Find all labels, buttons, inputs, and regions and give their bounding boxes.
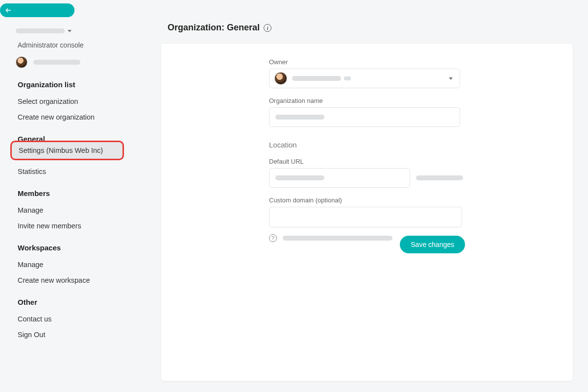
save-changes-button[interactable]: Save changes [400, 236, 465, 253]
admin-console-label: Administrator console [18, 41, 84, 49]
nav-item-create-workspace[interactable]: Create new workspace [18, 272, 145, 288]
chevron-down-icon [449, 77, 453, 80]
org-name-label: Organization name [269, 97, 465, 104]
custom-domain-input[interactable] [269, 207, 462, 227]
url-suffix-placeholder [416, 175, 463, 180]
owner-label: Owner [269, 58, 465, 66]
settings-form: Owner Organization name Location Default… [269, 58, 465, 242]
back-button[interactable] [0, 3, 74, 17]
help-text-placeholder [283, 236, 392, 241]
default-url-input[interactable] [269, 168, 410, 188]
nav-item-contact-us[interactable]: Contact us [18, 311, 145, 327]
owner-select[interactable] [269, 69, 460, 88]
nav-item-sign-out[interactable]: Sign Out [18, 327, 145, 343]
settings-panel: Owner Organization name Location Default… [161, 43, 573, 381]
info-icon[interactable]: i [264, 24, 271, 32]
location-section-label: Location [269, 141, 465, 149]
nav-item-members-manage[interactable]: Manage [18, 202, 145, 218]
org-switcher[interactable] [16, 28, 72, 33]
custom-domain-label: Custom domain (optional) [269, 196, 465, 204]
owner-avatar [274, 72, 287, 85]
nav-item-workspaces-manage[interactable]: Manage [18, 257, 145, 272]
current-user-row[interactable] [16, 56, 80, 68]
nav-group-other: Other [18, 298, 145, 306]
help-icon[interactable]: ? [269, 234, 277, 242]
sidebar: Administrator console Organization list … [0, 0, 159, 392]
nav-item-invite-members[interactable]: Invite new members [18, 218, 145, 234]
arrow-left-icon [5, 7, 12, 14]
owner-name-placeholder [292, 76, 341, 81]
nav-item-settings[interactable]: Settings (Nimbus Web Inc) [10, 141, 124, 160]
user-name-placeholder [33, 60, 80, 65]
nav-item-settings-label: Settings (Nimbus Web Inc) [19, 147, 103, 154]
nav-item-select-organization[interactable]: Select organization [18, 94, 145, 109]
default-url-value-placeholder [275, 175, 324, 180]
user-avatar [16, 56, 27, 68]
default-url-label: Default URL [269, 158, 465, 165]
page-title-row: Organization: General i [168, 23, 271, 33]
org-name-value-placeholder [275, 115, 324, 120]
nav-group-members: Members [18, 189, 145, 197]
nav-item-statistics[interactable]: Statistics [18, 164, 145, 179]
sidebar-nav: Organization list Select organization Cr… [18, 80, 145, 343]
org-name-input[interactable] [269, 107, 460, 127]
chevron-down-icon [68, 30, 72, 32]
default-url-row [269, 168, 465, 188]
nav-group-workspaces: Workspaces [18, 244, 145, 252]
nav-item-create-organization[interactable]: Create new organization [18, 109, 145, 125]
app-frame: { "header": { "admin_console_label": "Ad… [0, 0, 588, 392]
nav-group-organization-list: Organization list [18, 80, 145, 89]
org-name-placeholder [16, 28, 65, 33]
page-title: Organization: General [168, 23, 260, 33]
owner-tag-placeholder [344, 76, 351, 80]
